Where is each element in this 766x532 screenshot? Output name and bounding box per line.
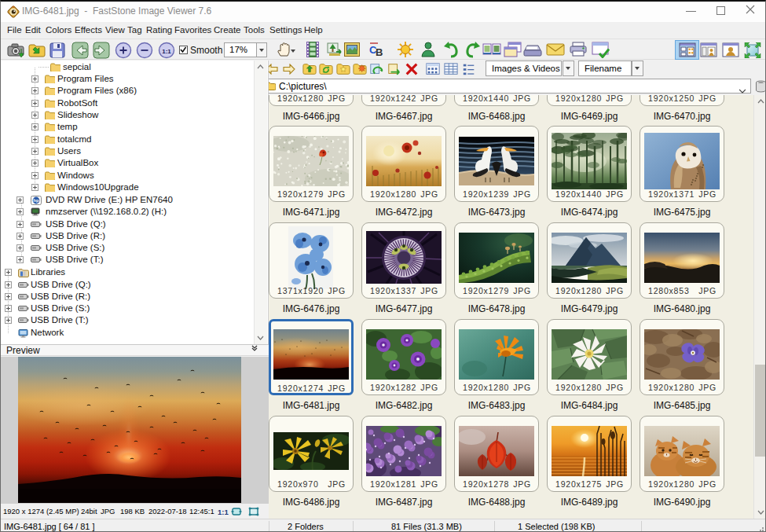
svg-text:hp: hp <box>33 198 39 203</box>
svg-text:B: B <box>376 46 383 58</box>
svg-text:1:1: 1:1 <box>162 48 171 55</box>
